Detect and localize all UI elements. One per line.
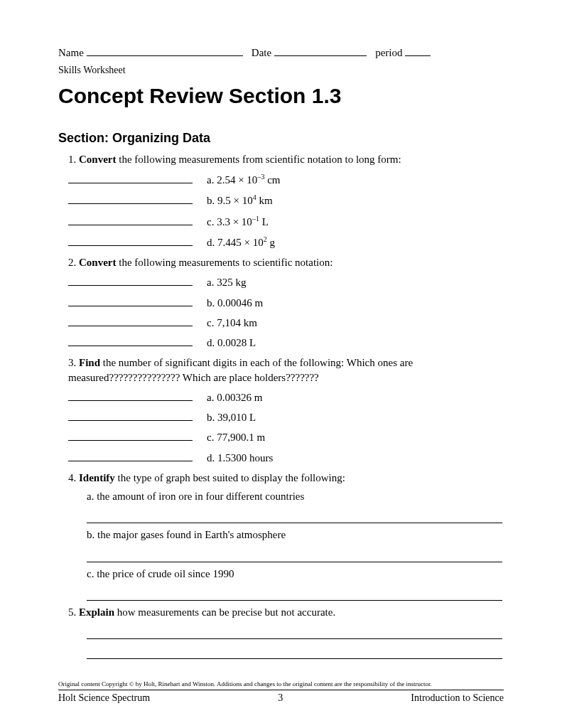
answer-line[interactable] (87, 552, 502, 562)
q3-c: c. 77,900.1 m (68, 430, 504, 444)
skills-worksheet-label: Skills Worksheet (58, 64, 504, 77)
answer-blank[interactable] (68, 215, 193, 225)
q2-b: b. 0.00046 m (68, 296, 504, 310)
answer-blank[interactable] (68, 336, 193, 346)
date-blank[interactable] (274, 46, 367, 56)
question-1: 1. Convert the following measurements fr… (68, 152, 504, 250)
answer-line[interactable] (87, 649, 502, 659)
footer: Original content Copyright © by Holt, Ri… (58, 680, 504, 705)
q2-d: d. 0.0028 L (68, 336, 504, 350)
answer-blank[interactable] (68, 276, 193, 286)
q2-c: c. 7,104 km (68, 316, 504, 330)
period-label: period (375, 46, 402, 60)
question-2: 2. Convert the following measurements to… (68, 255, 504, 350)
date-label: Date (252, 46, 271, 60)
page-title: Concept Review Section 1.3 (58, 82, 504, 111)
answer-blank[interactable] (68, 451, 193, 461)
period-blank[interactable] (405, 46, 431, 56)
q3-d: d. 1.5300 hours (68, 451, 504, 465)
q2-a: a. 325 kg (68, 275, 504, 289)
footer-left: Holt Science Spectrum (58, 692, 150, 705)
answer-blank[interactable] (68, 411, 193, 421)
answer-blank[interactable] (68, 296, 193, 306)
answer-blank[interactable] (68, 431, 193, 441)
q3-a: a. 0.00326 m (68, 390, 504, 405)
question-list: 1. Convert the following measurements fr… (58, 152, 504, 659)
q1-b: b. 9.5 × 104 km (68, 193, 504, 208)
answer-line[interactable] (87, 591, 502, 601)
q1-c: c. 3.3 × 10–1 L (68, 214, 504, 229)
q1-d: d. 7.445 × 102 g (68, 235, 504, 250)
answer-blank[interactable] (68, 391, 193, 401)
q4-a: a. the amount of iron ore in four differ… (68, 489, 504, 503)
q1-a: a. 2.54 × 10–3 cm (68, 172, 504, 187)
footer-page-number: 3 (278, 692, 283, 705)
question-5: 5. Explain how measurements can be preci… (68, 605, 504, 659)
answer-blank[interactable] (68, 173, 193, 183)
copyright-text: Original content Copyright © by Holt, Ri… (58, 680, 504, 690)
q4-c: c. the price of crude oil since 1990 (68, 567, 504, 581)
answer-blank[interactable] (68, 316, 193, 326)
name-label: Name (58, 46, 84, 60)
section-heading: Section: Organizing Data (58, 129, 504, 146)
answer-line[interactable] (87, 513, 502, 523)
header-line: Name Date period (58, 46, 504, 60)
footer-right: Introduction to Science (411, 692, 504, 705)
question-4: 4. Identify the type of graph best suite… (68, 471, 504, 601)
q4-b: b. the major gases found in Earth's atmo… (68, 528, 504, 542)
answer-line[interactable] (87, 629, 502, 639)
name-blank[interactable] (87, 46, 243, 56)
footer-row: Holt Science Spectrum 3 Introduction to … (58, 692, 504, 705)
question-3: 3. Find the number of significant digits… (68, 355, 504, 465)
answer-blank[interactable] (68, 194, 193, 204)
answer-blank[interactable] (68, 236, 193, 246)
q3-b: b. 39,010 L (68, 410, 504, 424)
